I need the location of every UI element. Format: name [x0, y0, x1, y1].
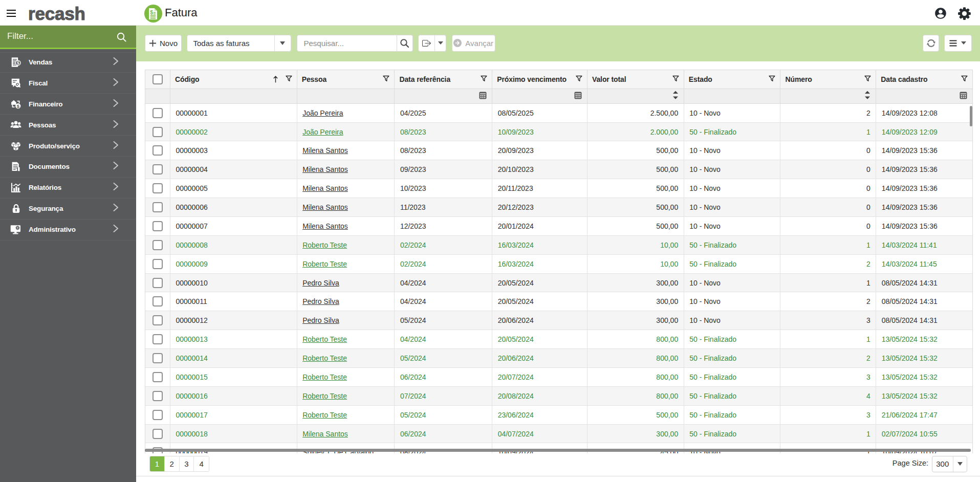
svg-text:$: $ — [17, 104, 19, 109]
svg-text:$: $ — [150, 9, 153, 15]
svg-text:$: $ — [17, 61, 19, 65]
